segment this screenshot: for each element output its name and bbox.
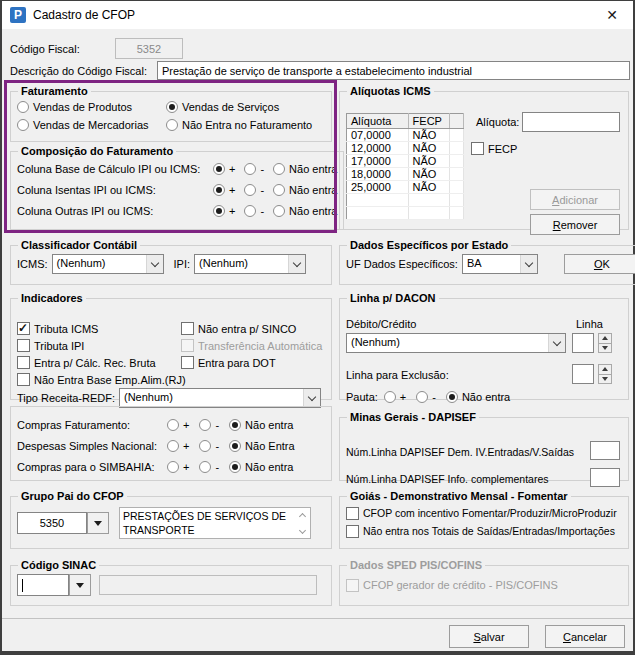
radio-outras-nao-entra[interactable]: [273, 205, 285, 217]
radio-pauta-nao-entra[interactable]: [446, 391, 458, 403]
radio-vendas-servicos[interactable]: [166, 101, 178, 113]
radio-simbahia-plus[interactable]: [167, 461, 179, 473]
tipo-receita-label: Tipo Receita-REDF:: [17, 392, 115, 404]
title-bar[interactable]: P Cadastro de CFOP ✕: [2, 1, 633, 29]
radio-compras-fat-plus[interactable]: [167, 419, 179, 431]
linha-input[interactable]: [572, 333, 594, 353]
grupo-pai-codigo-field[interactable]: 5350: [17, 512, 87, 534]
radio-isentas-plus[interactable]: [213, 184, 225, 196]
radio-nao-entra-faturamento[interactable]: [166, 119, 178, 131]
radio-isentas-nao-entra[interactable]: [273, 184, 285, 196]
group-grupo-pai: Grupo Pai do CFOP 5350 PRESTAÇÕES DE SER…: [10, 490, 332, 549]
linha-spinner[interactable]: [598, 333, 612, 353]
radio-compras-fat-nao-entra[interactable]: [229, 419, 241, 431]
option-nao-label: Não Entra: [245, 440, 295, 452]
checkbox-entra-para-dot[interactable]: [181, 356, 194, 369]
ipi-select[interactable]: (Nenhum): [194, 254, 306, 274]
radio-compras-fat-minus[interactable]: [199, 419, 211, 431]
group-faturamento-title: Faturamento: [18, 85, 91, 97]
footer-divider: [2, 618, 633, 619]
app-logo-letter: P: [14, 8, 22, 22]
linha-exclusao-spinner[interactable]: [598, 364, 612, 384]
linha-exclusao-input[interactable]: [572, 364, 594, 384]
spinner-down-icon[interactable]: [598, 375, 612, 385]
option-plus-label: +: [183, 461, 189, 473]
salvar-button[interactable]: Salvar: [449, 625, 529, 648]
checkbox-cfop-gerador-credito-label: CFOP gerador de crédito - PIS/COFINS: [363, 579, 558, 591]
scroll-up-icon[interactable]: [300, 511, 307, 518]
remover-button[interactable]: Remover: [530, 214, 620, 235]
dapisef-info-input[interactable]: [590, 468, 620, 487]
grid-row[interactable]: 18,0000NÃO: [347, 168, 464, 181]
checkbox-entra-calc-rec-bruta[interactable]: [17, 356, 30, 369]
radio-vendas-produtos[interactable]: [17, 101, 29, 113]
radio-vendas-mercadorias[interactable]: [17, 119, 29, 131]
adicionar-button-label: Adicionar: [552, 194, 598, 206]
codigo-sinac-dropdown-button[interactable]: [69, 574, 91, 596]
salvar-button-label: Salvar: [473, 631, 504, 643]
radio-simbahia-nao-entra[interactable]: [229, 461, 241, 473]
spinner-up-icon[interactable]: [598, 333, 612, 344]
option-plus-label: +: [183, 440, 189, 452]
dapisef-entradas-input[interactable]: [590, 441, 620, 460]
checkbox-tributa-icms-label: Tributa ICMS: [34, 323, 98, 335]
group-composicao: Composição do Faturamento Coluna Base de…: [10, 145, 344, 230]
descricao-field[interactable]: Prestação de serviço de transporte a est…: [157, 61, 630, 80]
ipi-value: (Nenhum): [195, 255, 288, 273]
spinner-up-icon[interactable]: [598, 364, 612, 375]
radio-despesas-minus[interactable]: [199, 440, 211, 452]
icms-label: ICMS:: [17, 258, 48, 270]
checkbox-nao-entra-base-emp-alim-label: Não Entra Base Emp.Alim.(RJ): [34, 374, 186, 386]
checkbox-tributa-icms[interactable]: [17, 322, 30, 335]
dropdown-arrow-icon: [76, 583, 84, 588]
codigo-sinac-field[interactable]: [17, 574, 69, 596]
grid-row[interactable]: 07,0000NÃO: [347, 129, 464, 142]
grid-row-empty: [347, 194, 464, 207]
radio-base-minus[interactable]: [244, 163, 256, 175]
icms-select[interactable]: (Nenhum): [52, 254, 164, 274]
ok-button[interactable]: OK: [564, 254, 635, 274]
app-logo-icon: P: [10, 7, 26, 23]
grid-row[interactable]: 25,0000NÃO: [347, 181, 464, 194]
despesas-simples-label: Despesas Simples Nacional:: [17, 440, 163, 452]
checkbox-nao-entra-sinco[interactable]: [181, 322, 194, 335]
checkbox-tributa-ipi[interactable]: [17, 339, 30, 352]
spinner-down-icon[interactable]: [598, 344, 612, 354]
group-minas-title: Minas Gerais - DAPISEF: [347, 411, 479, 423]
chevron-down-icon: [146, 255, 163, 273]
group-compras: Compras Faturamento: + - Não entra Despe…: [10, 406, 332, 481]
radio-outras-plus[interactable]: [213, 205, 225, 217]
radio-pauta-plus[interactable]: [384, 391, 396, 403]
radio-pauta-minus[interactable]: [416, 391, 428, 403]
radio-base-plus[interactable]: [213, 163, 225, 175]
icms-value: (Nenhum): [53, 255, 146, 273]
tipo-receita-select[interactable]: (Nenhum): [119, 388, 321, 408]
scroll-down-icon[interactable]: [300, 528, 307, 535]
option-plus-label: +: [229, 163, 235, 175]
uf-dados-select[interactable]: BA: [462, 254, 538, 274]
option-minus-label: -: [215, 461, 219, 473]
checkbox-nao-entra-totais[interactable]: [346, 525, 359, 538]
grupo-pai-dropdown-button[interactable]: [87, 512, 109, 534]
uf-dados-label: UF Dados Específicos:: [346, 258, 458, 270]
radio-simbahia-minus[interactable]: [199, 461, 211, 473]
cancelar-button[interactable]: Cancelar: [545, 625, 625, 648]
adicionar-button: Adicionar: [530, 189, 620, 210]
radio-outras-minus[interactable]: [244, 205, 256, 217]
radio-despesas-plus[interactable]: [167, 440, 179, 452]
checkbox-nao-entra-base-emp-alim[interactable]: [17, 373, 30, 386]
grid-row[interactable]: 12,0000NÃO: [347, 142, 464, 155]
grid-row[interactable]: 17,0000NÃO: [347, 155, 464, 168]
radio-base-nao-entra[interactable]: [273, 163, 285, 175]
radio-isentas-minus[interactable]: [244, 184, 256, 196]
close-icon[interactable]: ✕: [591, 1, 633, 29]
tipo-receita-value: (Nenhum): [120, 389, 303, 407]
grupo-pai-codigo-value: 5350: [40, 517, 64, 529]
text-caret: [22, 579, 23, 592]
radio-despesas-nao-entra[interactable]: [229, 440, 241, 452]
checkbox-cfop-incentivo[interactable]: [346, 507, 359, 520]
debito-credito-select[interactable]: (Nenhum): [346, 333, 566, 353]
checkbox-fecp[interactable]: [471, 142, 484, 155]
aliquota-input[interactable]: [522, 112, 620, 132]
radio-vendas-produtos-label: Vendas de Produtos: [33, 101, 132, 113]
